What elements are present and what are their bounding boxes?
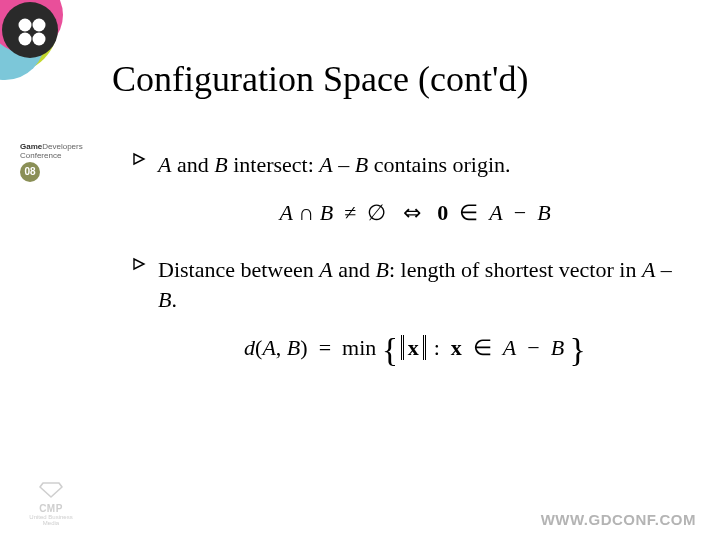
text: – xyxy=(655,257,672,282)
svg-point-8 xyxy=(33,33,46,46)
var-B2: B xyxy=(355,152,368,177)
text: contains origin. xyxy=(368,152,510,177)
cmp-icon xyxy=(37,479,65,501)
text: Distance between xyxy=(158,257,319,282)
svg-point-2 xyxy=(0,0,45,80)
var-B: B xyxy=(375,257,388,282)
svg-point-6 xyxy=(33,19,46,32)
text: – xyxy=(333,152,355,177)
footer-url: WWW.GDCONF.COM xyxy=(541,511,696,528)
cmp-logo: CMP United Business Media xyxy=(24,479,78,526)
text: and xyxy=(171,152,214,177)
var-A2: A xyxy=(642,257,655,282)
brand-sub: Conference xyxy=(20,151,112,160)
var-A: A xyxy=(319,257,332,282)
text: : length of shortest vector in xyxy=(389,257,642,282)
svg-point-1 xyxy=(0,0,58,73)
cmp-name: CMP xyxy=(24,503,78,514)
cmp-sub: United Business Media xyxy=(24,514,78,526)
svg-point-7 xyxy=(19,33,32,46)
bullet-item: Distance between A and B: length of shor… xyxy=(132,255,672,362)
svg-point-3 xyxy=(0,0,63,53)
corner-decoration xyxy=(0,0,100,100)
slide: GameDevelopers Conference 08 Configurati… xyxy=(0,0,720,540)
bullet-item: A and B intersect: A – B contains origin… xyxy=(132,150,672,227)
var-A: A xyxy=(158,152,171,177)
text: . xyxy=(171,287,177,312)
brand-bold: Game xyxy=(20,142,42,151)
brand-rest: Developers xyxy=(42,142,82,151)
text: intersect: xyxy=(228,152,320,177)
formula-distance: d(A, B) = min { x : x ∈ A − B } xyxy=(158,333,672,363)
conference-year-badge: 08 xyxy=(20,162,40,182)
conference-badge: GameDevelopers Conference 08 xyxy=(20,142,112,182)
var-B: B xyxy=(214,152,227,177)
bullet-marker-icon xyxy=(132,257,146,271)
text: and xyxy=(333,257,376,282)
var-A2: A xyxy=(319,152,332,177)
var-B2: B xyxy=(158,287,171,312)
svg-point-5 xyxy=(19,19,32,32)
bullet-list: A and B intersect: A – B contains origin… xyxy=(132,150,672,390)
slide-title: Configuration Space (cont'd) xyxy=(112,58,528,100)
formula-intersection: A ∩ B ≠ ∅ ⇔ 0 ∈ A − B xyxy=(158,198,672,228)
conference-brand: GameDevelopers Conference xyxy=(20,142,112,160)
svg-point-4 xyxy=(2,2,58,58)
bullet-marker-icon xyxy=(132,152,146,166)
